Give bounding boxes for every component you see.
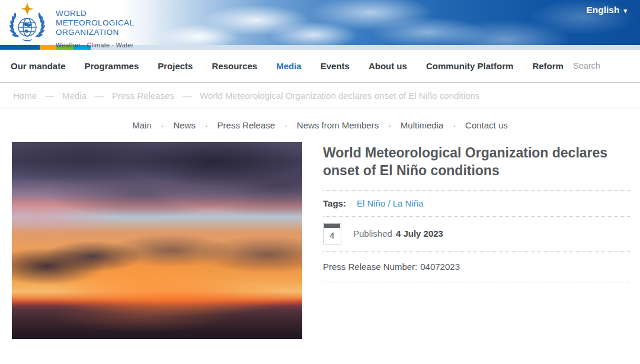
subnav-item-news-from-members[interactable]: News from Members (296, 120, 380, 130)
nav-item-programmes[interactable]: Programmes (75, 61, 149, 71)
language-label: English (586, 5, 619, 15)
breadcrumb: Home — Media — Press Releases — World Me… (0, 83, 640, 108)
page-title: World Meteorological Organization declar… (323, 144, 630, 191)
published-row: 4 Published 4 July 2023 (323, 217, 630, 252)
nav-item-media[interactable]: Media (267, 61, 311, 71)
article-content: World Meteorological Organization declar… (0, 142, 640, 339)
media-subnav: Main · News · Press Release · News from … (0, 108, 640, 142)
nav-item-reform[interactable]: Reform (523, 61, 573, 71)
calendar-icon-header (324, 224, 340, 228)
main-nav: Our mandate Programmes Projects Resource… (0, 50, 640, 83)
nav-item-about-us[interactable]: About us (359, 61, 417, 71)
subnav-item-news[interactable]: News (172, 120, 197, 130)
breadcrumb-separator: — (95, 91, 104, 101)
subnav-separator: · (453, 121, 456, 130)
calendar-icon: 4 (323, 223, 341, 244)
subnav-separator: · (388, 121, 391, 130)
subnav-item-multimedia[interactable]: Multimedia (399, 120, 445, 130)
site-header: WORLD METEOROLOGICAL ORGANIZATION Weathe… (0, 0, 640, 45)
org-name: WORLD METEOROLOGICAL ORGANIZATION (56, 9, 134, 37)
chevron-down-icon: ▾ (623, 5, 627, 15)
nav-item-events[interactable]: Events (311, 61, 359, 71)
wmo-logo[interactable]: WORLD METEOROLOGICAL ORGANIZATION Weathe… (7, 2, 134, 49)
subnav-separator: · (284, 121, 287, 130)
breadcrumb-separator: — (183, 91, 191, 101)
breadcrumb-home[interactable]: Home (13, 91, 37, 101)
wmo-emblem-icon (7, 2, 47, 41)
press-release-number-value: 04072023 (420, 262, 460, 272)
subnav-item-main[interactable]: Main (131, 120, 153, 130)
nav-item-community-platform[interactable]: Community Platform (417, 61, 523, 71)
subnav-separator: · (205, 121, 208, 130)
search-area (573, 57, 640, 74)
published-date: 4 July 2023 (396, 228, 443, 239)
nav-item-resources[interactable]: Resources (202, 61, 267, 71)
subnav-item-press-release[interactable]: Press Release (216, 120, 277, 130)
published-label: Published (353, 228, 392, 239)
calendar-day: 4 (330, 231, 335, 244)
stripe-segment-lightblue (91, 45, 640, 50)
org-tagline: Weather · Climate · Water (56, 41, 134, 49)
tag-link-el-nino-la-nina[interactable]: El Niño / La Niña (357, 198, 424, 208)
breadcrumb-media[interactable]: Media (62, 91, 87, 101)
subnav-separator: · (161, 121, 164, 130)
sunset-over-sea-photo (12, 142, 302, 339)
subnav-item-contact-us[interactable]: Contact us (464, 120, 509, 130)
breadcrumb-separator: — (45, 91, 54, 101)
tags-row: Tags: El Niño / La Niña (323, 191, 630, 217)
breadcrumb-current-page: World Meteorological Organization declar… (200, 91, 479, 101)
nav-item-projects[interactable]: Projects (148, 61, 202, 71)
press-release-number-row: Press Release Number: 04072023 (323, 252, 630, 282)
press-release-number-label: Press Release Number: (323, 262, 417, 272)
language-selector[interactable]: English ▾ (586, 5, 627, 15)
breadcrumb-press-releases[interactable]: Press Releases (112, 91, 174, 101)
tags-label: Tags: (323, 198, 346, 208)
search-input[interactable] (573, 61, 640, 70)
nav-item-our-mandate[interactable]: Our mandate (1, 61, 75, 71)
article-meta-column: World Meteorological Organization declar… (323, 142, 630, 339)
